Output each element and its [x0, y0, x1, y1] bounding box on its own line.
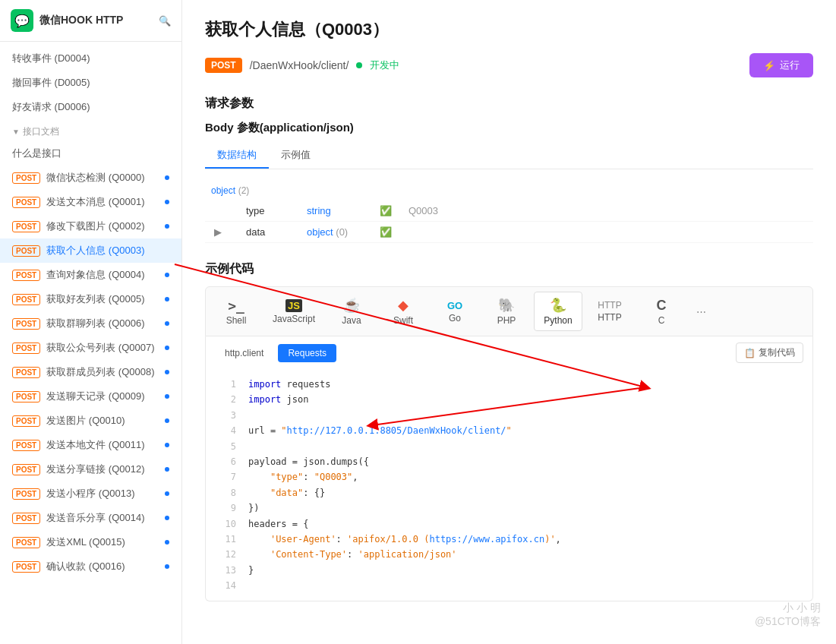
- object-count: (2): [238, 185, 250, 196]
- lang-tab-c[interactable]: C C: [637, 293, 686, 330]
- lang-tab-python[interactable]: 🐍 Python: [534, 292, 582, 331]
- lang-label: Swift: [393, 315, 413, 326]
- sidebar-item-q0002[interactable]: POST 修改下载图片 (Q0002): [0, 214, 181, 238]
- sidebar-item-d0006[interactable]: 好友请求 (D0006): [0, 95, 181, 119]
- lang-tab-php[interactable]: 🐘 PHP: [482, 292, 531, 330]
- sidebar-nav: 转收事件 (D0004) 撤回事件 (D0005) 好友请求 (D0006) ▼…: [0, 42, 181, 644]
- lang-label: C: [658, 315, 665, 326]
- lang-tab-go[interactable]: GO Go: [431, 295, 479, 328]
- code-line: 9 }): [206, 500, 812, 516]
- data-structure-table: object (2) type string ✅ Q0003 ▶ data ob…: [205, 180, 813, 243]
- sidebar-item-label: 发送分享链接 (Q0012): [46, 462, 144, 476]
- code-line: 3: [206, 408, 812, 423]
- sidebar-item-q0014[interactable]: POST 发送音乐分享 (Q0014): [0, 506, 181, 530]
- sidebar-item-q0004[interactable]: POST 查询对象信息 (Q0004): [0, 263, 181, 287]
- sidebar-item-q0001[interactable]: POST 发送文本消息 (Q0001): [0, 190, 181, 214]
- copy-code-button[interactable]: 📋 复制代码: [736, 343, 803, 363]
- example-code-title: 示例代码: [205, 261, 813, 277]
- sidebar-item-q0007[interactable]: POST 获取公众号列表 (Q0007): [0, 336, 181, 360]
- dot-indicator: [165, 516, 169, 520]
- table-row: type string ✅ Q0003: [205, 200, 813, 222]
- sidebar-item-q0016[interactable]: POST 确认收款 (Q0016): [0, 554, 181, 579]
- sidebar-item-q0003[interactable]: POST 获取个人信息 (Q0003): [0, 238, 181, 263]
- sidebar-item-q0008[interactable]: POST 获取群成员列表 (Q0008): [0, 360, 181, 384]
- sidebar-item-label: 微信状态检测 (Q0000): [46, 171, 144, 185]
- sidebar-item-label: 发送XML (Q0015): [46, 535, 125, 549]
- post-badge: POST: [12, 221, 40, 232]
- sidebar-item-label: 确认收款 (Q0016): [46, 560, 125, 573]
- code-text: }): [248, 500, 259, 516]
- sidebar-item-label: 发送文本消息 (Q0001): [46, 195, 144, 209]
- sidebar-item-q0012[interactable]: POST 发送分享链接 (Q0012): [0, 457, 181, 481]
- dot-indicator: [165, 491, 169, 496]
- lang-tab-shell[interactable]: >_ Shell: [212, 293, 260, 330]
- sidebar-item-label: 撤回事件 (D0005): [12, 76, 90, 90]
- line-number: 9: [215, 500, 236, 516]
- code-text: 'User-Agent': 'apifox/1.0.0 (https://www…: [248, 532, 561, 547]
- sidebar-header: 💬 微信HOOK HTTP 🔍: [0, 0, 181, 42]
- lang-tab-javascript[interactable]: JS JavaScript: [263, 295, 324, 329]
- code-text: import json: [248, 392, 308, 407]
- tab-data-structure[interactable]: 数据结构: [205, 143, 269, 169]
- dot-indicator: [165, 564, 169, 569]
- post-badge: POST: [12, 197, 40, 208]
- lightning-icon: ⚡: [763, 60, 775, 71]
- sidebar-item-label: 获取好友列表 (Q0005): [46, 292, 144, 306]
- sub-tab-httpclient[interactable]: http.client: [215, 344, 273, 362]
- lang-tab-swift[interactable]: ◆ Swift: [379, 292, 427, 330]
- post-badge: POST: [12, 343, 40, 354]
- sidebar-item-q0011[interactable]: POST 发送本地文件 (Q0011): [0, 433, 181, 457]
- sidebar-item-q0006[interactable]: POST 获取群聊列表 (Q0006): [0, 311, 181, 336]
- sidebar-item-q0005[interactable]: POST 获取好友列表 (Q0005): [0, 287, 181, 311]
- sidebar-item-what-is-api[interactable]: 什么是接口: [0, 141, 181, 166]
- swift-icon: ◆: [398, 297, 409, 314]
- app-title: 微信HOOK HTTP: [39, 14, 123, 27]
- run-label: 运行: [780, 58, 800, 72]
- run-button[interactable]: ⚡ 运行: [749, 53, 813, 77]
- tab-example-value[interactable]: 示例值: [269, 143, 323, 169]
- lang-label: Java: [342, 315, 361, 326]
- post-badge: POST: [12, 561, 40, 573]
- more-langs-button[interactable]: ⋯: [690, 301, 712, 322]
- sidebar-item-q0010[interactable]: POST 发送图片 (Q0010): [0, 409, 181, 433]
- code-line: 12 'Content-Type': 'application/json': [206, 547, 812, 562]
- lang-label: HTTP: [598, 312, 621, 323]
- sidebar-item-q0013[interactable]: POST 发送小程序 (Q0013): [0, 481, 181, 506]
- post-badge: POST: [12, 172, 40, 184]
- sidebar-item-d0004[interactable]: 转收事件 (D0004): [0, 46, 181, 71]
- code-line: 4 url = "http://127.0.0.1:8805/DaenWxHoo…: [206, 423, 812, 438]
- post-badge: POST: [12, 318, 40, 330]
- sidebar-item-d0005[interactable]: 撤回事件 (D0005): [0, 71, 181, 95]
- status-text: 开发中: [370, 58, 399, 72]
- line-number: 6: [215, 454, 236, 469]
- search-icon[interactable]: 🔍: [159, 15, 171, 27]
- line-number: 10: [215, 516, 236, 532]
- sidebar-item-q0015[interactable]: POST 发送XML (Q0015): [0, 530, 181, 554]
- code-text: "type": "Q0003",: [248, 469, 358, 485]
- line-number: 5: [215, 439, 236, 454]
- sidebar-item-q0009[interactable]: POST 发送聊天记录 (Q0009): [0, 384, 181, 409]
- post-badge: POST: [12, 270, 40, 281]
- post-badge: POST: [12, 513, 40, 524]
- lang-label: PHP: [497, 315, 516, 326]
- line-number: 14: [215, 578, 236, 593]
- java-icon: ☕: [343, 297, 360, 314]
- app-logo: 💬: [11, 9, 33, 32]
- sidebar-item-label: 发送音乐分享 (Q0014): [46, 511, 144, 525]
- lang-tab-java[interactable]: ☕ Java: [327, 292, 376, 330]
- code-line: 5: [206, 439, 812, 454]
- section-label: 接口文档: [23, 125, 59, 138]
- post-badge: POST: [12, 464, 40, 475]
- collapse-icon: ▶: [211, 226, 222, 238]
- sidebar-section-api: ▼ 接口文档: [0, 119, 181, 141]
- lang-label: Python: [544, 315, 572, 326]
- line-number: 13: [215, 563, 236, 578]
- code-line: 13 }: [206, 563, 812, 578]
- lang-tab-http[interactable]: HTTP HTTP: [585, 295, 634, 327]
- sidebar-item-q0000[interactable]: POST 微信状态检测 (Q0000): [0, 166, 181, 190]
- php-icon: 🐘: [498, 297, 515, 314]
- post-badge: POST: [12, 391, 40, 402]
- sub-tab-requests[interactable]: Requests: [278, 344, 336, 362]
- code-line: 2 import json: [206, 392, 812, 407]
- field-name-type: type: [234, 205, 295, 216]
